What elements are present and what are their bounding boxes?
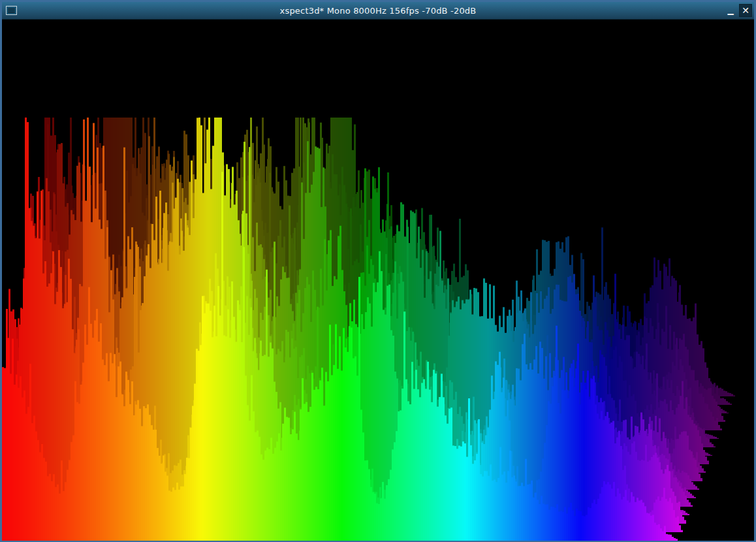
close-button[interactable]: ✕: [739, 4, 752, 17]
window-title: xspect3d* Mono 8000Hz 156fps -70dB -20dB: [2, 6, 754, 16]
spectrum-canvas[interactable]: [2, 20, 754, 541]
minimize-icon: ▁: [727, 4, 733, 17]
window-controls: ▁ ✕: [724, 4, 752, 17]
minimize-button[interactable]: ▁: [724, 4, 737, 17]
titlebar[interactable]: xspect3d* Mono 8000Hz 156fps -70dB -20dB…: [2, 2, 754, 20]
window-menu-icon[interactable]: [6, 6, 17, 15]
app-window: xspect3d* Mono 8000Hz 156fps -70dB -20dB…: [0, 0, 756, 542]
close-icon: ✕: [742, 5, 749, 16]
